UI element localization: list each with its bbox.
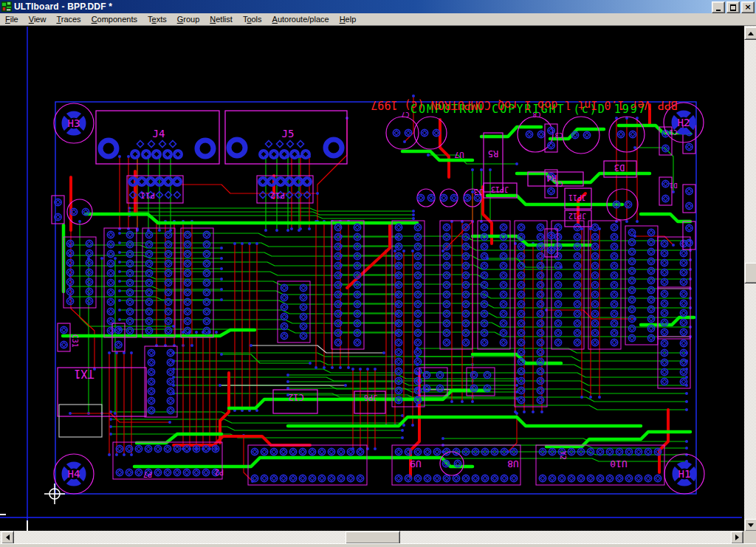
via <box>412 94 415 97</box>
restore-button[interactable] <box>726 1 740 13</box>
via <box>100 257 103 260</box>
menu-item-components[interactable]: Components <box>86 14 142 24</box>
via <box>441 437 444 440</box>
via <box>118 241 121 244</box>
component-label: D1 <box>670 182 678 189</box>
via <box>515 384 518 387</box>
scroll-down-button[interactable] <box>744 518 756 531</box>
application-window: ULTIboard - BPP.DDF * × FileViewTracesCo… <box>0 0 756 547</box>
via <box>250 344 252 347</box>
menu-item-help[interactable]: Help <box>334 14 362 24</box>
vertical-scroll-thumb[interactable] <box>744 262 756 283</box>
via <box>248 242 251 245</box>
component-label: R5 <box>488 148 498 159</box>
via <box>589 396 592 399</box>
component-label: J3 <box>473 187 483 196</box>
via <box>532 410 535 413</box>
menu-item-group[interactable]: Group <box>172 14 205 24</box>
via <box>130 351 133 354</box>
component-label: H2 <box>678 117 690 128</box>
via <box>598 396 601 399</box>
component-label: C31 <box>71 334 79 348</box>
via <box>347 366 350 369</box>
component-label: P12 <box>270 190 285 200</box>
via <box>286 229 289 232</box>
via <box>286 374 289 376</box>
menu-item-view[interactable]: View <box>24 14 52 24</box>
via <box>374 368 377 371</box>
horizontal-scroll-thumb[interactable] <box>345 531 400 544</box>
scroll-left-button[interactable] <box>1 531 14 544</box>
close-button[interactable]: × <box>741 1 755 13</box>
via <box>109 418 112 421</box>
via <box>450 400 453 403</box>
via <box>255 242 258 245</box>
via <box>220 298 223 301</box>
via <box>118 270 121 273</box>
via <box>215 331 218 334</box>
component-label: C3 <box>555 131 563 139</box>
via <box>118 251 121 254</box>
via <box>78 220 81 223</box>
silkscreen-text-red-mirrored: BPP Ver 1.0 Int l dob I roQ COMPUTRON (c… <box>371 98 677 111</box>
menu-item-traces[interactable]: Traces <box>51 14 86 24</box>
menu-item-netlist[interactable]: Netlist <box>205 14 238 24</box>
component-label: H3 <box>68 117 80 129</box>
via <box>220 257 223 260</box>
via <box>359 368 362 371</box>
via <box>685 392 688 395</box>
menu-item-file[interactable]: File <box>0 14 24 24</box>
via <box>290 227 293 230</box>
via <box>461 400 464 403</box>
via <box>130 453 133 456</box>
via <box>308 227 311 230</box>
horizontal-scrollbar[interactable] <box>0 531 743 543</box>
via <box>118 299 121 302</box>
via <box>220 267 223 270</box>
via <box>127 155 130 158</box>
via <box>633 146 636 149</box>
vertical-scrollbar[interactable] <box>744 26 756 531</box>
scrollbar-corner <box>743 531 756 543</box>
via <box>118 261 121 264</box>
component-label: C12 <box>288 392 304 402</box>
via <box>412 213 415 216</box>
menu-item-autoroute-place[interactable]: Autoroute/place <box>267 14 334 24</box>
via <box>190 344 193 347</box>
via <box>108 351 111 354</box>
via <box>394 250 396 252</box>
via <box>264 229 267 232</box>
menu-item-texts[interactable]: Texts <box>142 14 172 24</box>
via <box>412 210 415 213</box>
via <box>580 396 583 399</box>
via <box>316 192 319 195</box>
minimize-button[interactable] <box>712 1 725 13</box>
component-label: P7 <box>143 470 152 478</box>
component-label: U10 <box>610 458 627 469</box>
via <box>118 289 121 292</box>
component-label: H1 <box>678 468 691 480</box>
via <box>299 227 302 230</box>
via <box>69 412 72 415</box>
via <box>323 366 326 369</box>
via <box>331 366 334 369</box>
via <box>480 168 483 171</box>
via <box>108 453 111 456</box>
via <box>382 351 385 354</box>
via <box>309 362 312 365</box>
via <box>411 250 414 252</box>
via <box>109 410 112 413</box>
pcb-canvas[interactable]: J4J5P11P12H3H2H4H1R5JP13R4D3JP11JP12C12J… <box>0 26 744 531</box>
via <box>219 384 221 387</box>
ruler-mark <box>0 514 6 515</box>
title-bar[interactable]: ULTIboard - BPP.DDF * × <box>0 0 756 13</box>
menu-bar: FileViewTracesComponentsTextsGroupNetlis… <box>0 13 756 26</box>
component-label: D3 <box>614 162 625 173</box>
menu-item-tools[interactable]: Tools <box>238 14 267 24</box>
via <box>427 154 430 156</box>
scroll-right-button[interactable] <box>730 531 743 544</box>
via <box>241 242 244 245</box>
via <box>471 400 474 403</box>
via <box>115 351 118 354</box>
scroll-up-button[interactable] <box>744 27 756 40</box>
